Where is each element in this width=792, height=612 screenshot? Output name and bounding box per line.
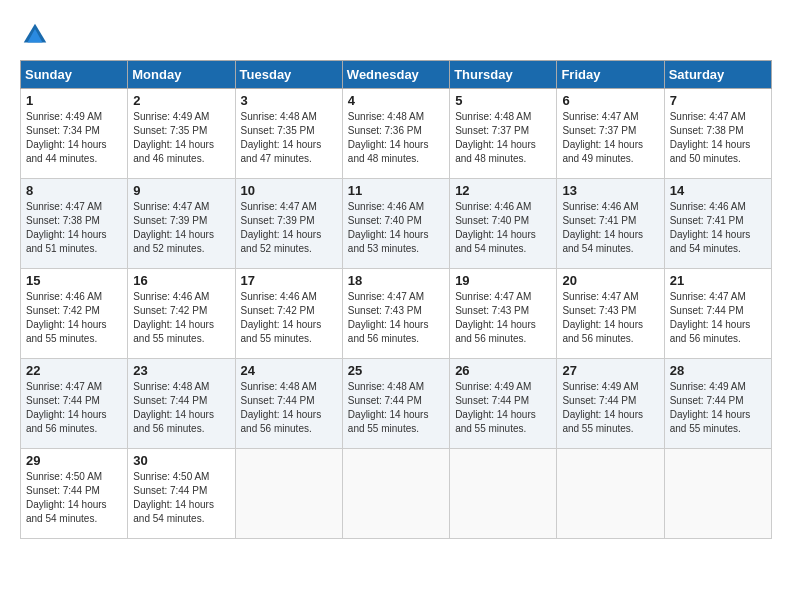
calendar-cell: 22 Sunrise: 4:47 AMSunset: 7:44 PMDaylig…	[21, 359, 128, 449]
weekday-header-sunday: Sunday	[21, 61, 128, 89]
calendar-cell: 12 Sunrise: 4:46 AMSunset: 7:40 PMDaylig…	[450, 179, 557, 269]
day-number: 22	[26, 363, 122, 378]
calendar-cell: 14 Sunrise: 4:46 AMSunset: 7:41 PMDaylig…	[664, 179, 771, 269]
calendar-cell: 17 Sunrise: 4:46 AMSunset: 7:42 PMDaylig…	[235, 269, 342, 359]
day-number: 28	[670, 363, 766, 378]
day-number: 16	[133, 273, 229, 288]
day-info: Sunrise: 4:47 AMSunset: 7:43 PMDaylight:…	[455, 291, 536, 344]
calendar-week-1: 1 Sunrise: 4:49 AMSunset: 7:34 PMDayligh…	[21, 89, 772, 179]
weekday-header-friday: Friday	[557, 61, 664, 89]
weekday-header-wednesday: Wednesday	[342, 61, 449, 89]
calendar-week-3: 15 Sunrise: 4:46 AMSunset: 7:42 PMDaylig…	[21, 269, 772, 359]
day-info: Sunrise: 4:47 AMSunset: 7:44 PMDaylight:…	[670, 291, 751, 344]
day-number: 7	[670, 93, 766, 108]
day-info: Sunrise: 4:46 AMSunset: 7:40 PMDaylight:…	[455, 201, 536, 254]
day-info: Sunrise: 4:49 AMSunset: 7:44 PMDaylight:…	[670, 381, 751, 434]
day-info: Sunrise: 4:47 AMSunset: 7:43 PMDaylight:…	[348, 291, 429, 344]
logo-icon	[20, 20, 50, 50]
day-number: 3	[241, 93, 337, 108]
day-number: 11	[348, 183, 444, 198]
day-info: Sunrise: 4:48 AMSunset: 7:36 PMDaylight:…	[348, 111, 429, 164]
day-info: Sunrise: 4:48 AMSunset: 7:35 PMDaylight:…	[241, 111, 322, 164]
calendar-week-2: 8 Sunrise: 4:47 AMSunset: 7:38 PMDayligh…	[21, 179, 772, 269]
calendar-week-4: 22 Sunrise: 4:47 AMSunset: 7:44 PMDaylig…	[21, 359, 772, 449]
day-number: 4	[348, 93, 444, 108]
day-info: Sunrise: 4:49 AMSunset: 7:44 PMDaylight:…	[455, 381, 536, 434]
day-number: 17	[241, 273, 337, 288]
day-info: Sunrise: 4:48 AMSunset: 7:44 PMDaylight:…	[241, 381, 322, 434]
day-number: 10	[241, 183, 337, 198]
calendar-cell: 5 Sunrise: 4:48 AMSunset: 7:37 PMDayligh…	[450, 89, 557, 179]
calendar-cell: 26 Sunrise: 4:49 AMSunset: 7:44 PMDaylig…	[450, 359, 557, 449]
calendar-cell: 29 Sunrise: 4:50 AMSunset: 7:44 PMDaylig…	[21, 449, 128, 539]
day-number: 14	[670, 183, 766, 198]
day-number: 12	[455, 183, 551, 198]
day-info: Sunrise: 4:49 AMSunset: 7:44 PMDaylight:…	[562, 381, 643, 434]
day-info: Sunrise: 4:47 AMSunset: 7:38 PMDaylight:…	[26, 201, 107, 254]
day-number: 24	[241, 363, 337, 378]
calendar-cell: 15 Sunrise: 4:46 AMSunset: 7:42 PMDaylig…	[21, 269, 128, 359]
day-number: 8	[26, 183, 122, 198]
day-number: 27	[562, 363, 658, 378]
calendar-cell: 3 Sunrise: 4:48 AMSunset: 7:35 PMDayligh…	[235, 89, 342, 179]
calendar-cell: 19 Sunrise: 4:47 AMSunset: 7:43 PMDaylig…	[450, 269, 557, 359]
day-info: Sunrise: 4:47 AMSunset: 7:44 PMDaylight:…	[26, 381, 107, 434]
day-info: Sunrise: 4:50 AMSunset: 7:44 PMDaylight:…	[133, 471, 214, 524]
day-info: Sunrise: 4:46 AMSunset: 7:40 PMDaylight:…	[348, 201, 429, 254]
day-number: 20	[562, 273, 658, 288]
day-number: 21	[670, 273, 766, 288]
day-info: Sunrise: 4:49 AMSunset: 7:34 PMDaylight:…	[26, 111, 107, 164]
calendar-cell: 9 Sunrise: 4:47 AMSunset: 7:39 PMDayligh…	[128, 179, 235, 269]
calendar-cell: 24 Sunrise: 4:48 AMSunset: 7:44 PMDaylig…	[235, 359, 342, 449]
calendar-cell: 28 Sunrise: 4:49 AMSunset: 7:44 PMDaylig…	[664, 359, 771, 449]
calendar-cell: 21 Sunrise: 4:47 AMSunset: 7:44 PMDaylig…	[664, 269, 771, 359]
day-number: 25	[348, 363, 444, 378]
day-number: 30	[133, 453, 229, 468]
day-info: Sunrise: 4:50 AMSunset: 7:44 PMDaylight:…	[26, 471, 107, 524]
day-number: 5	[455, 93, 551, 108]
logo	[20, 20, 54, 50]
calendar-cell: 4 Sunrise: 4:48 AMSunset: 7:36 PMDayligh…	[342, 89, 449, 179]
weekday-header-tuesday: Tuesday	[235, 61, 342, 89]
calendar-cell: 7 Sunrise: 4:47 AMSunset: 7:38 PMDayligh…	[664, 89, 771, 179]
calendar-header-row: SundayMondayTuesdayWednesdayThursdayFrid…	[21, 61, 772, 89]
day-number: 13	[562, 183, 658, 198]
day-info: Sunrise: 4:47 AMSunset: 7:39 PMDaylight:…	[241, 201, 322, 254]
day-number: 15	[26, 273, 122, 288]
day-number: 29	[26, 453, 122, 468]
day-info: Sunrise: 4:48 AMSunset: 7:44 PMDaylight:…	[133, 381, 214, 434]
day-info: Sunrise: 4:48 AMSunset: 7:44 PMDaylight:…	[348, 381, 429, 434]
calendar-cell	[450, 449, 557, 539]
calendar-cell: 11 Sunrise: 4:46 AMSunset: 7:40 PMDaylig…	[342, 179, 449, 269]
calendar-week-5: 29 Sunrise: 4:50 AMSunset: 7:44 PMDaylig…	[21, 449, 772, 539]
calendar-cell	[664, 449, 771, 539]
calendar-cell: 16 Sunrise: 4:46 AMSunset: 7:42 PMDaylig…	[128, 269, 235, 359]
day-number: 18	[348, 273, 444, 288]
calendar-cell: 6 Sunrise: 4:47 AMSunset: 7:37 PMDayligh…	[557, 89, 664, 179]
day-number: 2	[133, 93, 229, 108]
day-number: 9	[133, 183, 229, 198]
day-info: Sunrise: 4:46 AMSunset: 7:42 PMDaylight:…	[133, 291, 214, 344]
day-number: 1	[26, 93, 122, 108]
day-info: Sunrise: 4:46 AMSunset: 7:41 PMDaylight:…	[562, 201, 643, 254]
calendar-cell: 25 Sunrise: 4:48 AMSunset: 7:44 PMDaylig…	[342, 359, 449, 449]
calendar-cell: 13 Sunrise: 4:46 AMSunset: 7:41 PMDaylig…	[557, 179, 664, 269]
calendar-cell: 23 Sunrise: 4:48 AMSunset: 7:44 PMDaylig…	[128, 359, 235, 449]
weekday-header-thursday: Thursday	[450, 61, 557, 89]
calendar-cell: 2 Sunrise: 4:49 AMSunset: 7:35 PMDayligh…	[128, 89, 235, 179]
day-info: Sunrise: 4:48 AMSunset: 7:37 PMDaylight:…	[455, 111, 536, 164]
day-info: Sunrise: 4:46 AMSunset: 7:42 PMDaylight:…	[26, 291, 107, 344]
day-number: 26	[455, 363, 551, 378]
day-number: 23	[133, 363, 229, 378]
day-info: Sunrise: 4:49 AMSunset: 7:35 PMDaylight:…	[133, 111, 214, 164]
calendar-cell: 8 Sunrise: 4:47 AMSunset: 7:38 PMDayligh…	[21, 179, 128, 269]
calendar-cell: 27 Sunrise: 4:49 AMSunset: 7:44 PMDaylig…	[557, 359, 664, 449]
calendar-cell: 10 Sunrise: 4:47 AMSunset: 7:39 PMDaylig…	[235, 179, 342, 269]
day-info: Sunrise: 4:46 AMSunset: 7:41 PMDaylight:…	[670, 201, 751, 254]
calendar-cell	[342, 449, 449, 539]
header	[20, 20, 772, 50]
calendar-cell	[557, 449, 664, 539]
day-info: Sunrise: 4:47 AMSunset: 7:43 PMDaylight:…	[562, 291, 643, 344]
weekday-header-monday: Monday	[128, 61, 235, 89]
weekday-header-saturday: Saturday	[664, 61, 771, 89]
